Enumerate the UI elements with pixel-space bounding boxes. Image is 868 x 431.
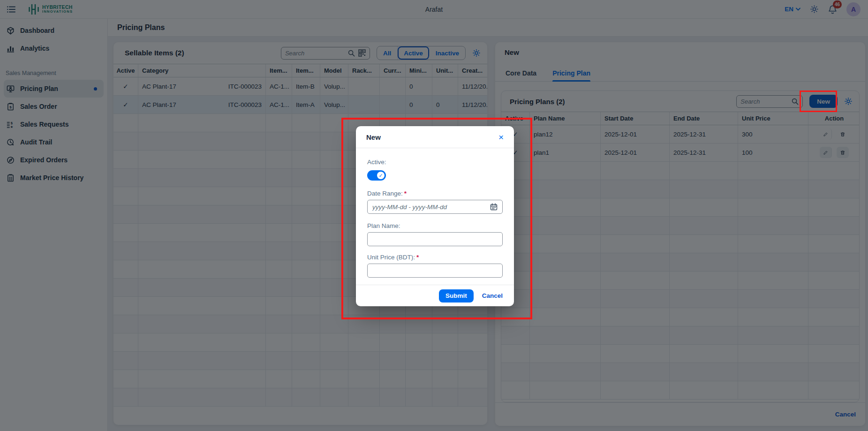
plan-name-input[interactable] [372, 236, 498, 243]
new-pricing-plan-dialog: New × Active: ✓ Date Range: * Plan Name: [356, 126, 514, 306]
unit-price-input[interactable] [372, 267, 498, 274]
date-range-field-label: Date Range: [367, 190, 403, 197]
plan-name-field [367, 232, 503, 246]
dialog-footer: Submit Cancel [356, 285, 514, 306]
date-range-field [367, 200, 503, 214]
unit-price-field-label: Unit Price (BDT): [367, 254, 415, 261]
cancel-button[interactable]: Cancel [482, 292, 503, 299]
active-field-label: Active: [367, 159, 386, 166]
date-range-input[interactable] [372, 204, 487, 211]
plan-name-field-label: Plan Name: [367, 222, 400, 229]
dialog-header: New × [356, 126, 514, 148]
unit-price-field [367, 264, 503, 278]
application-window: HYBRITECH INNOVATIONS Arafat EN [0, 0, 868, 431]
submit-button[interactable]: Submit [439, 289, 474, 302]
close-icon[interactable]: × [498, 133, 504, 142]
dialog-title: New [366, 133, 381, 141]
required-indicator: * [416, 254, 419, 261]
toggle-knob: ✓ [377, 172, 385, 179]
required-indicator: * [404, 190, 407, 197]
active-toggle[interactable]: ✓ [367, 170, 386, 181]
dialog-body: Active: ✓ Date Range: * Plan Name: [356, 148, 514, 278]
calendar-icon [490, 203, 498, 211]
calendar-picker-button[interactable] [490, 203, 498, 211]
